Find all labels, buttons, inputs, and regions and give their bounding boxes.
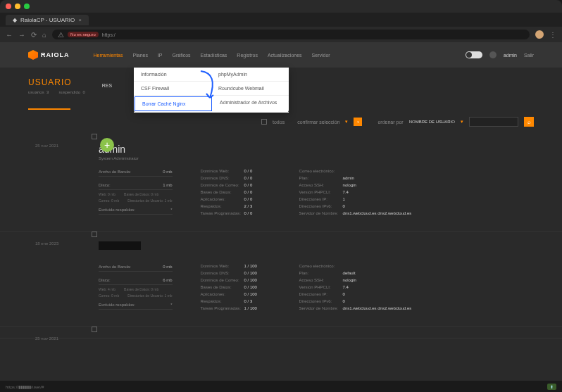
nav-graficos[interactable]: Gráficos	[173, 53, 191, 58]
stat-usuarios-label: usuarios	[28, 90, 44, 94]
l-disco: Disco:	[99, 183, 111, 187]
search-button[interactable]: ⌕	[524, 117, 534, 127]
ordenar-label: ordenar por	[377, 120, 403, 125]
top-nav: RAIOLA Herramientas Planes IP Gráficos E…	[0, 42, 562, 68]
list-toolbar: todos confirmar selección ▾ › ordenar po…	[0, 110, 562, 134]
user-card: 25 nov 2021	[0, 327, 562, 339]
dd-informacion[interactable]: Información	[134, 68, 211, 81]
nav-registros[interactable]: Registros	[237, 53, 258, 58]
nav-username[interactable]: admin	[504, 53, 517, 58]
forward-icon[interactable]: →	[18, 31, 25, 39]
chevron-down-icon[interactable]: ▾	[345, 119, 348, 125]
tab-title: RaiolaCP - USUARIO	[20, 17, 75, 23]
reload-icon[interactable]: ⟳	[31, 31, 37, 39]
l-ancho: Ancho de Banda:	[99, 170, 131, 174]
logo-text: RAIOLA	[41, 51, 70, 58]
search-input[interactable]	[469, 117, 518, 127]
app-root: RAIOLA Herramientas Planes IP Gráficos E…	[0, 42, 562, 392]
status-bar: https://▮▮▮▮▮▮/user/# ⬆	[0, 381, 562, 392]
user-icon[interactable]	[489, 51, 497, 58]
nav-ip[interactable]: IP	[158, 53, 163, 58]
insecure-badge: No es seguro	[68, 32, 99, 37]
todos-label[interactable]: todos	[273, 120, 285, 125]
status-url: https://▮▮▮▮▮▮/user/#	[6, 384, 44, 389]
menu-icon[interactable]: ⋮	[549, 31, 556, 39]
dd-roundcube[interactable]: Roundcube Webmail	[211, 82, 289, 95]
user-card: 25 nov 2021 admin System Administrator A…	[0, 134, 562, 232]
user-role: System Administrator	[99, 156, 534, 160]
dd-filemanager[interactable]: Administrador de Archivos	[213, 96, 289, 112]
browser-tab[interactable]: ◆ RaiolaCP - USUARIO ×	[6, 15, 89, 25]
back-icon[interactable]: ←	[6, 31, 13, 39]
user-checkbox[interactable]	[92, 232, 97, 237]
stat-usuarios-value: 3	[46, 90, 49, 94]
theme-toggle[interactable]	[466, 51, 482, 58]
select-all-checkbox[interactable]	[261, 119, 267, 125]
user-checkbox[interactable]	[92, 134, 97, 139]
user-date: 25 nov 2021	[35, 336, 58, 341]
stat-susp-label: suspendido	[58, 90, 80, 94]
nav-logout[interactable]: Salir	[524, 53, 534, 58]
macos-close[interactable]	[6, 4, 11, 9]
nav-estadisticas[interactable]: Estadísticas	[201, 53, 227, 58]
macos-titlebar	[0, 0, 562, 13]
apply-button[interactable]: ›	[354, 118, 362, 126]
lock-icon: ⚠	[58, 31, 64, 39]
sort-chevron-icon[interactable]: ▾	[461, 119, 463, 125]
user-date: 25 nov 2021	[35, 144, 58, 148]
macos-minimize[interactable]	[15, 4, 20, 9]
confirm-label[interactable]: confirmar selección	[297, 120, 339, 125]
user-date: 18 ene 2023	[35, 241, 58, 246]
sort-field[interactable]: NOMBRE DE USUARIO	[409, 120, 455, 124]
nav-servidor[interactable]: Servidor	[312, 53, 330, 58]
logo-icon	[28, 50, 38, 60]
user-card: 18 ene 2023 Ancho de Banda:0 mb Disco:6 …	[0, 232, 562, 327]
add-user-button[interactable]: +	[100, 138, 114, 152]
user-role	[99, 251, 534, 255]
profile-avatar[interactable]	[535, 30, 544, 39]
dd-borrar-cache[interactable]: Borrar Caché Nginx	[135, 96, 212, 111]
tab-res[interactable]: RES	[102, 83, 112, 91]
browser-tabstrip: ◆ RaiolaCP - USUARIO ×	[0, 13, 562, 27]
status-badge[interactable]: ⬆	[547, 384, 556, 390]
nav-herramientas[interactable]: Herramientas	[94, 53, 123, 58]
dd-phpmyadmin[interactable]: phpMyAdmin	[211, 68, 289, 81]
url-text: https:/	[102, 32, 115, 37]
v-excl: *	[170, 208, 172, 212]
logo[interactable]: RAIOLA	[28, 50, 70, 60]
stat-susp-value: 0	[82, 90, 85, 94]
dd-csf[interactable]: CSF Firewall	[134, 82, 211, 95]
nav-actualizaciones[interactable]: Actualizaciones	[268, 53, 302, 58]
macos-maximize[interactable]	[24, 4, 30, 9]
tab-close-icon[interactable]: ×	[78, 17, 82, 23]
page-title: USUARIO	[28, 77, 85, 87]
tab-favicon: ◆	[13, 17, 17, 23]
browser-toolbar: ← → ⟳ ⌂ ⚠ No es seguro https:/ ⋮	[0, 27, 562, 42]
v-ancho: 0 mb	[163, 170, 172, 174]
nav-planes[interactable]: Planes	[133, 53, 148, 58]
user-name[interactable]	[99, 241, 141, 250]
tools-dropdown: Información phpMyAdmin CSF Firewall Roun…	[134, 68, 289, 113]
home-icon[interactable]: ⌂	[42, 31, 46, 39]
user-checkbox[interactable]	[92, 327, 97, 332]
user-name[interactable]: admin	[99, 144, 534, 155]
v-disco: 1 mb	[163, 183, 172, 187]
l-excl: Excluido respaldos:	[99, 208, 135, 212]
address-bar[interactable]: ⚠ No es seguro https:/	[52, 30, 530, 39]
